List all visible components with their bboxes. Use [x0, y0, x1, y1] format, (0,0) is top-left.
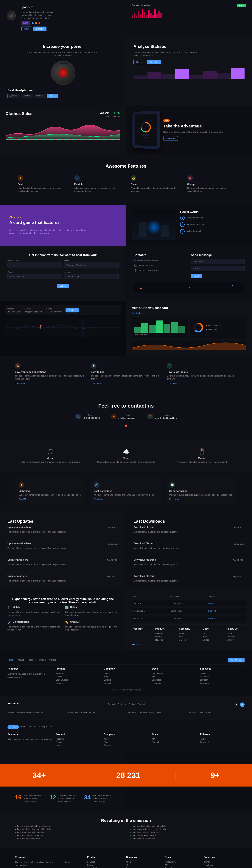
submit-btn[interactable]: Submit	[57, 284, 69, 288]
message-input[interactable]	[64, 274, 119, 279]
res3-nav1[interactable]: Product	[20, 725, 28, 728]
footer-d1[interactable]: Introduction	[152, 672, 196, 675]
final-c3[interactable]: Careers	[126, 867, 159, 868]
res3-c1[interactable]: About	[104, 738, 148, 740]
social-next[interactable]: ▶	[240, 703, 245, 707]
final-d1[interactable]: Introduction	[165, 861, 198, 863]
footer-p2[interactable]: Pricing	[56, 676, 100, 678]
footer-d2[interactable]: API	[152, 676, 196, 678]
res2-nav1[interactable]: Product	[108, 703, 115, 705]
order-btn[interactable]: order	[22, 27, 32, 31]
res3-p3[interactable]: Updates	[56, 744, 100, 746]
res3-p1[interactable]: Features	[56, 738, 100, 740]
follow-link-2[interactable]: Facebook	[226, 636, 246, 638]
dashboard-tour-link[interactable]: See the tour	[132, 312, 143, 314]
reviews-btn[interactable]: Reviews	[34, 94, 45, 98]
advantage-btn[interactable]: See More	[163, 136, 178, 141]
home-tab[interactable]: Home	[7, 725, 19, 729]
final-f3[interactable]: LinkedIn	[204, 867, 237, 868]
res3-d2[interactable]: Examples	[152, 741, 196, 743]
footer-c3[interactable]: Careers	[104, 679, 148, 681]
dot-1[interactable]	[132, 644, 135, 645]
test-link-3[interactable]: Read More	[169, 498, 233, 500]
headphones-image	[51, 61, 75, 85]
res3-f1[interactable]: Twitter	[200, 738, 245, 740]
footer-d3[interactable]: Examples	[152, 679, 196, 681]
final-p1[interactable]: Features	[87, 861, 120, 863]
test-link-2[interactable]: Read More	[94, 498, 158, 500]
nav-link-3[interactable]: Features	[28, 659, 35, 661]
name-input[interactable]	[7, 262, 62, 268]
preview-btn[interactable]: preview	[33, 27, 46, 31]
res2-nav2[interactable]: Features	[118, 703, 126, 705]
footer-c1[interactable]: About	[104, 672, 148, 675]
nav-link-4[interactable]: Pricing	[39, 659, 46, 661]
dot-3[interactable]	[138, 644, 139, 645]
order-btn2[interactable]: Order	[47, 94, 58, 98]
company-link-3[interactable]: Careers	[179, 639, 199, 641]
footer-p4[interactable]: Reviews	[56, 682, 100, 684]
features-btn[interactable]: Features	[21, 94, 33, 98]
nav-link-5[interactable]: Contact	[49, 659, 57, 661]
footer-d4[interactable]: Reference	[152, 682, 196, 684]
res3-d1[interactable]: API	[152, 738, 196, 740]
final-c1[interactable]: About	[126, 861, 159, 863]
nav-link-2[interactable]: Product	[16, 659, 24, 661]
dot-4[interactable]	[140, 644, 141, 645]
final-f1[interactable]: Twitter	[204, 861, 237, 863]
final-p2[interactable]: Pricing	[87, 864, 120, 866]
company-link-1[interactable]: About	[179, 632, 199, 634]
send-name-input[interactable]	[191, 259, 245, 264]
docs-link-1[interactable]: API	[203, 632, 223, 634]
footer-f4[interactable]: Instagram	[200, 682, 245, 684]
product-link-3[interactable]: Reviews	[155, 639, 175, 641]
company-link-2[interactable]: Blog	[179, 636, 199, 638]
email-input[interactable]	[64, 262, 119, 268]
quality-btn[interactable]: Qualities	[7, 94, 19, 98]
info-link-1[interactable]: Learn More	[15, 382, 85, 384]
res3-p2[interactable]: Pricing	[56, 741, 100, 743]
charts-btn[interactable]: Charts	[134, 60, 145, 64]
nav-link-1[interactable]: Home	[7, 659, 13, 661]
phone-input[interactable]	[7, 274, 62, 279]
product-link-1[interactable]: Features	[155, 632, 175, 634]
res3-nav3[interactable]: Pricing	[39, 725, 45, 728]
get-started-btn[interactable]: Get Started	[228, 658, 245, 662]
contact-btn[interactable]: Contact	[66, 308, 79, 312]
res3-nav4[interactable]: Contact	[46, 725, 53, 728]
docs-link-2[interactable]: Intro	[203, 636, 223, 638]
footer-c4[interactable]: Contact	[104, 682, 148, 684]
res2-nav3[interactable]: Pricing	[129, 703, 135, 705]
send-subject-input[interactable]	[191, 266, 245, 271]
feel-free-section: Feel free to contact us 📞 Phone +1 (000)…	[0, 392, 252, 441]
docs-link-3[interactable]: Guides	[203, 639, 223, 641]
res3-nav2[interactable]: Features	[29, 725, 37, 728]
res3-c3[interactable]: Careers	[104, 744, 148, 746]
footer-f3[interactable]: LinkedIn	[200, 679, 245, 681]
footer-f2[interactable]: Facebook	[200, 676, 245, 678]
statistics-btn[interactable]: Statistics	[147, 60, 161, 64]
res3-c2[interactable]: Blog	[104, 741, 148, 743]
info-link-3[interactable]: Learn More	[167, 382, 237, 384]
dot-2[interactable]	[136, 644, 137, 645]
footer-p1[interactable]: Features	[56, 672, 100, 675]
footer-resource-col: Resource Everything you need in one plac…	[7, 667, 52, 685]
product-link-2[interactable]: Pricing	[155, 636, 175, 638]
follow-link-1[interactable]: Twitter	[226, 632, 246, 634]
final-p3[interactable]: Case Studies	[87, 867, 120, 868]
final-f2[interactable]: Facebook	[204, 864, 237, 866]
test-link-1[interactable]: Read More	[19, 498, 83, 500]
info-link-2[interactable]: Learn More	[91, 382, 161, 384]
follow-link-3[interactable]: LinkedIn	[226, 639, 246, 641]
send-btn[interactable]: Send	[191, 274, 202, 278]
res3-f2[interactable]: Facebook	[200, 741, 245, 743]
phone2-label: Phone	[46, 307, 62, 310]
res2-nav4[interactable]: Contact	[138, 703, 145, 705]
final-c2[interactable]: Blog	[126, 864, 159, 866]
final-d2[interactable]: API	[165, 864, 198, 866]
social-prev[interactable]: ◀	[234, 703, 239, 707]
footer-f1[interactable]: Twitter	[200, 672, 245, 675]
footer-c2[interactable]: Blog	[104, 676, 148, 678]
final-d3[interactable]: Examples	[165, 867, 198, 868]
footer-p3[interactable]: Case Studies	[56, 679, 100, 681]
